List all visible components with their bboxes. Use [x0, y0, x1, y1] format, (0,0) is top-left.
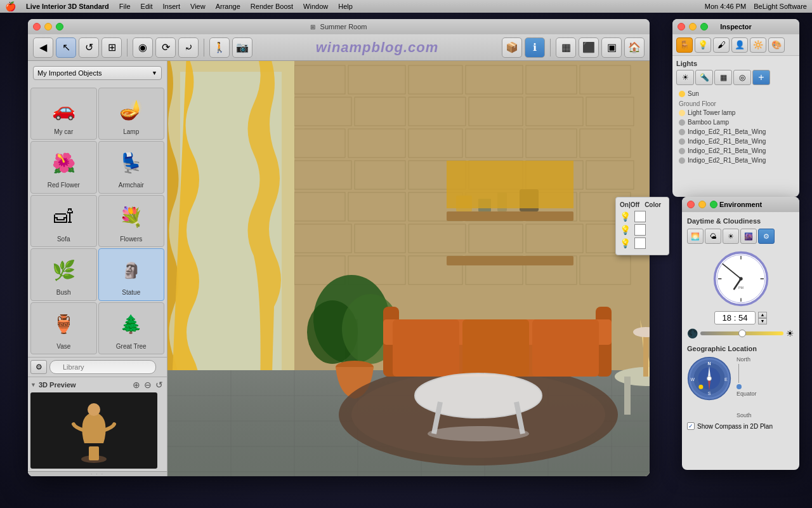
refresh-button[interactable]: ↺ [154, 380, 164, 390]
gear-button[interactable]: ⚙ [30, 360, 47, 374]
canvas-area[interactable] [167, 61, 650, 476]
object-item-vase[interactable]: Vase [30, 302, 97, 354]
light-btn-ambient[interactable]: ◎ [733, 70, 751, 85]
btn-house[interactable]: 🏠 [624, 37, 645, 58]
object-item-bush[interactable]: Bush [30, 248, 97, 300]
object-item-statue[interactable]: Statue [98, 248, 165, 300]
btn-back[interactable]: ◀ [33, 37, 53, 58]
apple-menu[interactable]: 🍎 [5, 1, 16, 11]
env-btn-settings[interactable]: ⚙ [758, 229, 775, 244]
color-swatch-3[interactable] [634, 237, 646, 249]
objects-dropdown[interactable]: My Imported Objects ▼ [33, 66, 162, 80]
preview-toggle-icon[interactable]: ▼ [30, 382, 36, 388]
lights-toolbar: ☀ 🔦 ▦ ◎ + [676, 70, 796, 85]
object-item-red-flower[interactable]: Red Flower [30, 141, 97, 193]
light-item-sun[interactable]: Sun [676, 89, 796, 98]
light-item-tower-lamp[interactable]: Light Tower lamp [676, 108, 796, 117]
color-swatch-1[interactable] [634, 211, 646, 222]
inspector-tab-lamp[interactable]: 🔆 [750, 37, 766, 53]
btn-view-front[interactable]: ▣ [601, 37, 622, 58]
btn-arrow[interactable]: ↖ [56, 37, 76, 58]
env-close-button[interactable] [687, 201, 695, 208]
menu-render-boost[interactable]: Render Boost [251, 3, 293, 10]
env-btn-noon[interactable]: ☀ [723, 229, 739, 244]
dropdown-arrow-icon: ▼ [152, 70, 157, 76]
btn-tilt[interactable]: ⤾ [178, 37, 199, 58]
btn-rotate[interactable]: ⟳ [155, 37, 176, 58]
app-name: Live Interior 3D Standard [26, 3, 109, 10]
light-btn-sun[interactable]: ☀ [676, 70, 694, 85]
env-maximize-button[interactable] [710, 201, 717, 208]
time-decrement-button[interactable]: ▼ [758, 318, 767, 324]
inspector-tab-color[interactable]: 🎨 [768, 37, 785, 53]
zoom-in-button[interactable]: ⊕ [131, 380, 141, 390]
light-item-bamboo-lamp[interactable]: Bamboo Lamp [676, 117, 796, 127]
light-btn-area[interactable]: ▦ [714, 70, 732, 85]
svg-rect-62 [447, 211, 573, 221]
env-minimize-button[interactable] [698, 201, 706, 208]
inspector-window: Inspector 🪑 💡 🖌 👤 🔆 🎨 Lights ☀ 🔦 ▦ ◎ + S… [672, 19, 799, 197]
env-btn-evening[interactable]: 🌆 [740, 229, 757, 244]
svg-rect-85 [393, 319, 459, 377]
svg-text:PM: PM [738, 286, 743, 290]
inspector-tab-furniture[interactable]: 🪑 [676, 37, 693, 53]
light-btn-spot[interactable]: 🔦 [695, 70, 713, 85]
color-swatch-2[interactable] [634, 224, 646, 236]
menu-file[interactable]: File [119, 3, 131, 10]
object-item-armchair[interactable]: Armchair [98, 141, 165, 193]
btn-person[interactable]: 🚶 [209, 37, 230, 58]
brightness-thumb[interactable] [738, 330, 746, 337]
time-input[interactable] [714, 311, 756, 324]
maximize-button[interactable] [56, 23, 63, 30]
object-item-great-tree[interactable]: Great Tree [98, 302, 165, 354]
menu-help[interactable]: Help [338, 3, 353, 10]
show-compass-checkbox[interactable]: ✓ [687, 422, 695, 430]
btn-camera[interactable]: 📷 [232, 37, 252, 58]
object-item-car[interactable]: My car [30, 88, 97, 140]
inspector-tab-paint[interactable]: 🖌 [713, 37, 730, 53]
btn-3d-box[interactable]: 📦 [502, 37, 522, 58]
inspector-maximize-button[interactable] [700, 23, 708, 30]
menu-view[interactable]: View [190, 3, 206, 10]
menubar-time: Mon 4:46 PM [705, 3, 746, 10]
btn-undo[interactable]: ↺ [79, 37, 99, 58]
env-btn-morning[interactable]: 🌤 [705, 229, 721, 244]
env-btn-dawn[interactable]: 🌅 [687, 229, 704, 244]
light-item-indigo1[interactable]: Indigo_Ed2_R1_Beta_Wing [676, 127, 796, 137]
object-label-lamp: Lamp [123, 128, 139, 135]
btn-info[interactable]: ℹ [525, 37, 545, 58]
btn-view-top[interactable]: ▦ [556, 37, 576, 58]
menubar-right: Mon 4:46 PM BeLight Software [705, 3, 807, 10]
light-item-indigo2[interactable]: Indigo_Ed2_R1_Beta_Wing [676, 137, 796, 146]
brightness-slider[interactable] [700, 331, 783, 335]
menu-edit[interactable]: Edit [141, 3, 153, 10]
menu-arrange[interactable]: Arrange [216, 3, 240, 10]
light-item-indigo4[interactable]: Indigo_Ed2_R1_Beta_Wing [676, 156, 796, 165]
inspector-tab-figure[interactable]: 👤 [731, 37, 748, 53]
resize-bar[interactable]: · · · [28, 471, 167, 476]
menu-window[interactable]: Window [303, 3, 328, 10]
object-item-sofa[interactable]: Sofa [30, 195, 97, 247]
ground-floor-label: Ground Floor [676, 98, 796, 108]
close-button[interactable] [33, 23, 41, 30]
inspector-close-button[interactable] [678, 23, 685, 30]
svg-point-114 [698, 385, 703, 389]
inspector-tab-light[interactable]: 💡 [695, 37, 711, 53]
object-item-flowers[interactable]: Flowers [98, 195, 165, 247]
indigo3-indicator [679, 148, 685, 154]
minimize-button[interactable] [44, 23, 52, 30]
light-btn-add[interactable]: + [752, 70, 770, 85]
brightness-low-icon: 🌑 [687, 328, 698, 338]
geo-section-title: Geographic Location [687, 345, 794, 352]
search-input[interactable] [49, 360, 156, 374]
object-item-lamp[interactable]: Lamp [98, 88, 165, 140]
inspector-minimize-button[interactable] [689, 23, 697, 30]
analog-clock: PM [712, 250, 769, 307]
btn-view-3d[interactable]: ⬛ [579, 37, 599, 58]
btn-circle[interactable]: ◉ [133, 37, 153, 58]
menu-insert[interactable]: Insert [163, 3, 181, 10]
btn-grid[interactable]: ⊞ [102, 37, 122, 58]
zoom-out-button[interactable]: ⊖ [143, 380, 153, 390]
light-item-indigo3[interactable]: Indigo_Ed2_R1_Beta_Wing [676, 146, 796, 156]
time-increment-button[interactable]: ▲ [758, 312, 767, 318]
